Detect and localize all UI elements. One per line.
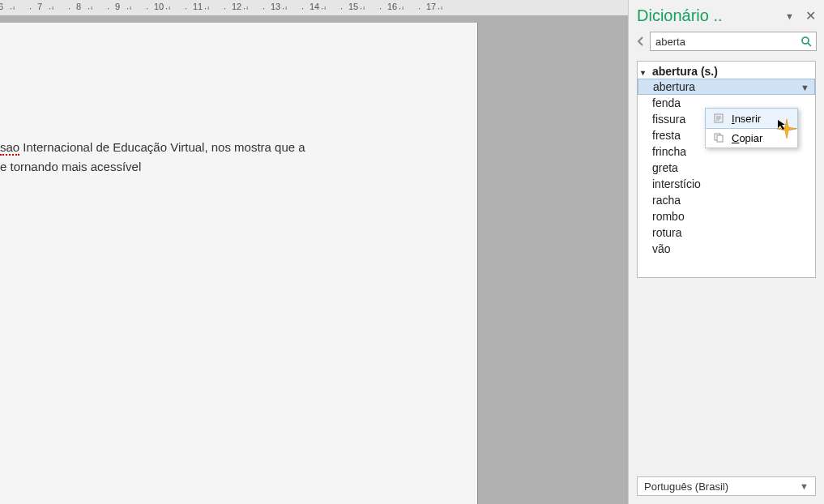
document-area: sao Internacional de Educação Virtual, n… (0, 16, 628, 504)
insert-label: Inserir (732, 113, 761, 125)
search-input[interactable] (651, 36, 796, 48)
svg-rect-4 (717, 135, 723, 142)
copy-menu-item[interactable]: Copiar (706, 128, 797, 147)
horizontal-ruler[interactable]: ·6·ı·7·ı·8·ı·9·ı·10·ı·11·ı·12·ı·13·ı·14·… (0, 0, 628, 16)
close-panel-button[interactable]: ✕ (805, 10, 816, 23)
results-list: ▾ abertura (s.) abertura▼fendafissurafre… (637, 61, 816, 278)
spellcheck-word[interactable]: sao (0, 140, 19, 156)
panel-options-dropdown[interactable]: ▼ (785, 11, 794, 21)
result-item[interactable]: vão (638, 241, 815, 257)
collapse-icon[interactable]: ▾ (641, 68, 645, 77)
result-category-header[interactable]: ▾ abertura (s.) (638, 62, 815, 79)
panel-title: Dicionário .. (637, 6, 723, 25)
search-button[interactable] (796, 32, 816, 50)
result-item[interactable]: rotura (638, 224, 815, 241)
svg-line-1 (808, 43, 811, 46)
context-menu: Inserir Copiar (705, 108, 798, 148)
thesaurus-panel: Dicionário .. ▼ ✕ ▾ abertura (s.) abertu… (628, 0, 824, 504)
chevron-down-icon: ▼ (800, 481, 809, 491)
copy-icon (712, 131, 725, 144)
result-item[interactable]: greta (638, 160, 815, 176)
result-item[interactable]: interstício (638, 176, 815, 192)
back-button[interactable] (637, 36, 645, 47)
language-select[interactable]: Português (Brasil) ▼ (637, 476, 816, 496)
insert-icon (712, 112, 725, 125)
result-item[interactable]: abertura▼ (638, 79, 815, 95)
language-label: Português (Brasil) (644, 481, 728, 493)
result-item[interactable]: rombo (638, 208, 815, 224)
copy-label: Copiar (732, 132, 762, 144)
insert-menu-item[interactable]: Inserir (705, 108, 798, 129)
result-item[interactable]: racha (638, 192, 815, 208)
text-line[interactable]: Internacional de Educação Virtual, nos m… (19, 140, 305, 154)
chevron-down-icon[interactable]: ▼ (801, 83, 809, 92)
svg-point-0 (802, 37, 809, 44)
search-box (650, 32, 817, 51)
document-text[interactable]: sao Internacional de Educação Virtual, n… (0, 138, 305, 177)
text-line[interactable]: e tornando mais acessível (0, 157, 305, 177)
page[interactable]: sao Internacional de Educação Virtual, n… (0, 23, 478, 504)
